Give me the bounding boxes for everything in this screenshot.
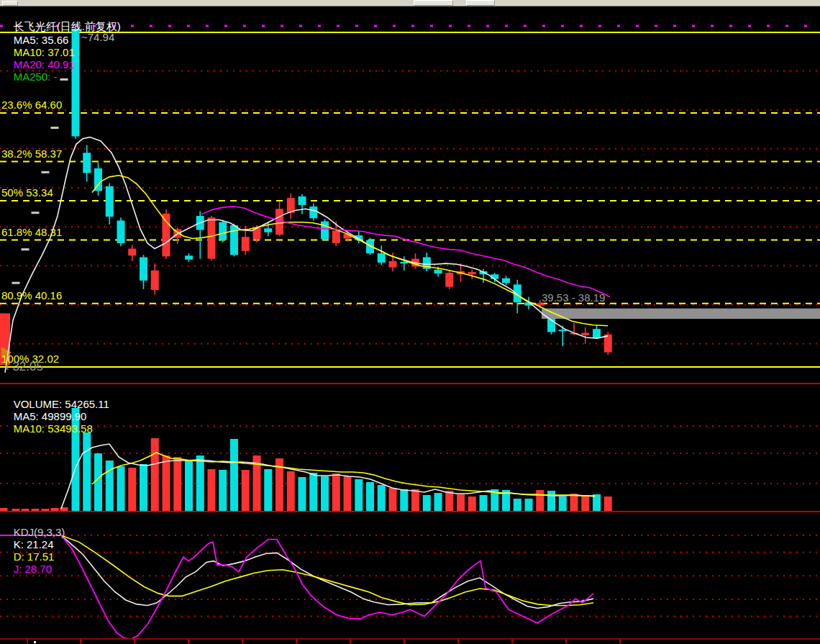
volume-bar	[321, 476, 329, 511]
volume-bar	[140, 464, 147, 511]
candle-body	[389, 261, 397, 268]
volume-bar	[468, 496, 476, 511]
candle-body	[593, 329, 601, 337]
volume-bar	[264, 469, 272, 511]
volume-bar	[287, 471, 295, 511]
low-price-label: ‹ 32.05	[5, 360, 43, 374]
one-price-bar	[12, 282, 20, 284]
candle-body	[434, 270, 442, 273]
volume-bar	[570, 494, 578, 511]
candle-body	[140, 257, 147, 281]
candle-body	[83, 153, 91, 173]
fib-level-label: 38.2% 58.37	[1, 148, 62, 160]
volume-bar	[94, 453, 102, 511]
volume-ma5-value: MA5: 49899.90	[14, 410, 87, 422]
volume-bar	[309, 473, 317, 511]
volume-legend: VOLUME: 54265.11 MA5: 49899.90 MA10: 534…	[1, 386, 116, 447]
volume-bar-small	[12, 509, 20, 511]
candle-body	[299, 196, 306, 205]
volume-bar	[559, 496, 567, 511]
volume-bar	[185, 461, 193, 511]
volume-bar	[457, 494, 465, 511]
volume-bar	[525, 499, 533, 511]
candle-body	[468, 272, 476, 274]
kdj-k-value: K: 21.24	[14, 538, 54, 550]
volume-bar	[230, 439, 238, 511]
candle-body	[128, 249, 136, 256]
candle-body	[230, 225, 238, 255]
one-price-bar	[51, 127, 59, 129]
fib-level-label: 23.6% 64.60	[1, 99, 62, 111]
volume-bar	[299, 477, 306, 511]
volume-bar	[117, 466, 125, 511]
candle-body	[332, 231, 340, 243]
candle-body	[547, 319, 555, 332]
candle-body	[445, 273, 453, 287]
candle-body	[117, 221, 125, 243]
volume-bar-small	[42, 509, 50, 511]
candle-body	[185, 255, 193, 259]
volume-bar-small	[22, 509, 29, 511]
volume-bar-small	[51, 508, 59, 511]
candle-body	[106, 186, 114, 217]
kdj-j-line	[0, 535, 593, 639]
volume-bar	[445, 491, 453, 511]
chart-canvas[interactable]	[0, 0, 820, 644]
volume-bar	[411, 489, 419, 511]
main-ma10-value: MA10: 37.01	[14, 46, 75, 58]
kdj-j-value: J: 28.70	[14, 563, 52, 575]
stock-chart-window: 长飞光纤(日线.前复权) MA5: 35.66 MA10: 37.01 MA20…	[0, 0, 820, 644]
volume-bar	[196, 455, 204, 511]
volume-bar	[355, 479, 363, 511]
volume-bar	[344, 476, 352, 511]
candle-body	[378, 253, 386, 263]
candle-body	[502, 278, 510, 284]
candle-body	[559, 330, 567, 331]
time-axis-cursor-tick	[34, 641, 36, 643]
candle-body	[208, 217, 216, 258]
volume-bar	[332, 473, 340, 511]
one-price-bar	[32, 212, 40, 214]
volume-bar	[106, 461, 114, 511]
volume-bar	[163, 455, 170, 511]
main-ma5-value: MA5: 35.66	[14, 34, 69, 46]
volume-bar-small	[32, 509, 40, 511]
main-ma20-value: MA20: 40.91	[14, 58, 75, 71]
volume-bar	[547, 491, 555, 511]
volume-bar	[151, 438, 159, 511]
volume-bar	[400, 489, 408, 511]
volume-bar	[480, 495, 488, 511]
volume-bar	[378, 485, 386, 511]
gap-range-label: 39.53 - 38.19	[542, 291, 605, 304]
kdj-d-line	[0, 535, 593, 606]
candle-body	[309, 207, 317, 218]
candle-body	[321, 222, 329, 240]
fib-level-label: 80.9% 40.16	[1, 289, 62, 301]
volume-ma10-value: MA10: 53493.58	[14, 422, 93, 435]
candle-body	[151, 271, 159, 290]
volume-bar	[242, 470, 250, 511]
candle-body	[163, 214, 170, 257]
main-ma250-value: MA250: -	[14, 71, 58, 83]
volume-bar	[581, 495, 589, 511]
volume-bar	[173, 457, 181, 511]
volume-bar	[219, 470, 227, 511]
kdj-legend: KDJ(9,3,3) K: 21.24 D: 17.51 J: 28.70	[1, 514, 71, 587]
volume-bar	[604, 496, 612, 511]
candle-body	[219, 222, 227, 240]
candle-body	[242, 237, 250, 251]
volume-bar	[434, 493, 442, 511]
candle-body	[581, 333, 589, 335]
kdj-d-value: D: 17.51	[14, 550, 55, 563]
volume-bar	[514, 499, 521, 511]
ma20-line	[201, 207, 610, 297]
volume-value: VOLUME: 54265.11	[14, 398, 109, 410]
fib-level-label: 50% 53.34	[1, 186, 53, 199]
one-price-bar	[42, 171, 50, 173]
volume-bar	[128, 468, 136, 511]
one-price-bar	[22, 248, 29, 250]
kdj-name: KDJ(9,3,3)	[14, 526, 65, 538]
volume-bar	[366, 482, 374, 511]
volume-bar	[536, 490, 544, 511]
fib-level-label: 61.8% 48.31	[1, 226, 62, 238]
